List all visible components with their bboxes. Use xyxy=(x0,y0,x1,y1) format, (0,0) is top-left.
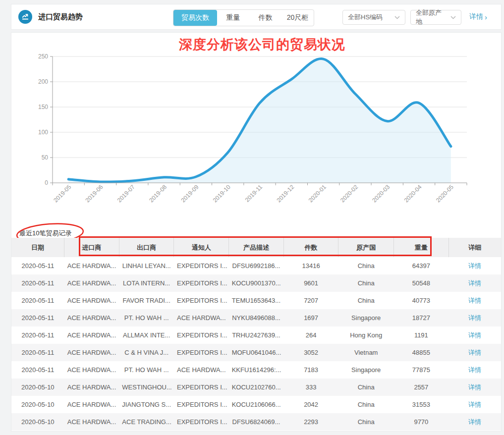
row-detail-link[interactable]: 详情 xyxy=(468,262,481,270)
table-row: 2020-05-11ACE HARDWA...PT. HO WAH ...ACE… xyxy=(11,309,501,326)
cell-origin-country: China xyxy=(338,413,394,431)
cell-date: 2020-05-11 xyxy=(11,309,64,326)
svg-text:2019-09: 2019-09 xyxy=(179,183,200,204)
cell-detail: 详情 xyxy=(448,309,501,326)
hs-code-filter[interactable]: 全部HS编码 xyxy=(342,10,405,25)
cell-weight: 77875 xyxy=(394,361,449,379)
cell-quantity: 3052 xyxy=(283,344,338,361)
cell-exporter: C & H VINA J... xyxy=(119,344,174,361)
cell-exporter: PT. HO WAH ... xyxy=(119,309,174,326)
column-header-exporter: 出口商 xyxy=(119,238,174,257)
cell-weight: 48855 xyxy=(394,344,449,361)
cell-importer: ACE HARDWA... xyxy=(64,413,119,431)
cell-weight: 1191 xyxy=(394,326,449,344)
row-detail-link[interactable]: 详情 xyxy=(468,401,481,408)
tab-20ft[interactable]: 20尺柜 xyxy=(281,10,314,26)
cell-product-description: KOCU9001370... xyxy=(229,274,284,292)
cell-origin-country: Singapore xyxy=(338,309,394,326)
trade-records-table: 日期进口商出口商通知人产品描述件数原产国重量详细 2020-05-11ACE H… xyxy=(11,238,501,431)
cell-importer: ACE HARDWA... xyxy=(64,274,119,292)
table-row: 2020-05-11ACE HARDWA...LINHAI LEYAN...EX… xyxy=(11,257,501,274)
row-detail-link[interactable]: 详情 xyxy=(468,349,481,356)
cell-quantity: 7183 xyxy=(283,361,338,379)
cell-product-description: DFSU6992186... xyxy=(229,257,284,274)
cell-weight: 9770 xyxy=(394,413,449,431)
widget-header: 进口贸易趋势 贸易次数重量件数20尺柜 全部HS编码 全部原产地 详情 › xyxy=(11,4,502,30)
table-row: 2020-05-10ACE HARDWA...ACE TRADING...EXP… xyxy=(11,413,501,431)
cell-importer: ACE HARDWA... xyxy=(64,309,119,326)
cell-origin-country: China xyxy=(338,379,394,396)
svg-text:2020-05: 2020-05 xyxy=(435,183,455,204)
column-header-detail: 详细 xyxy=(448,238,501,257)
cell-product-description: NYKU8496088... xyxy=(229,309,284,326)
table-row: 2020-05-11ACE HARDWA...FAVOR TRADI...EXP… xyxy=(11,292,501,309)
cell-detail: 详情 xyxy=(448,344,501,361)
cell-date: 2020-05-10 xyxy=(11,379,64,396)
cell-exporter: ALLMAX INTE... xyxy=(119,326,174,344)
cell-product-description: KOCU2102760... xyxy=(229,379,284,396)
cell-exporter: LINHAI LEYAN... xyxy=(119,257,174,274)
row-detail-link[interactable]: 详情 xyxy=(468,331,481,339)
cell-product-description: KKFU1614296:... xyxy=(229,361,284,379)
cell-detail: 详情 xyxy=(448,257,501,274)
row-detail-link[interactable]: 详情 xyxy=(468,314,481,322)
cell-date: 2020-05-11 xyxy=(11,274,64,292)
cell-date: 2020-05-10 xyxy=(11,396,64,413)
tab-quantity[interactable]: 件数 xyxy=(249,10,281,26)
cell-importer: ACE HARDWA... xyxy=(64,379,119,396)
main-panel: 0501001502002502019-052019-062019-072019… xyxy=(11,32,502,432)
cell-weight: 64397 xyxy=(394,257,449,274)
cell-product-description: TEMU1653643... xyxy=(229,292,284,309)
table-row: 2020-05-11ACE HARDWA...C & H VINA J...EX… xyxy=(11,344,501,361)
origin-filter[interactable]: 全部原产地 xyxy=(410,10,461,25)
cell-importer: ACE HARDWA... xyxy=(64,326,119,344)
cell-notify-party: ACE HARDWA... xyxy=(174,361,229,379)
cell-origin-country: China xyxy=(338,396,394,413)
column-header-importer: 进口商 xyxy=(64,238,119,257)
origin-filter-label: 全部原产地 xyxy=(416,8,447,26)
svg-text:2019-12: 2019-12 xyxy=(275,183,295,204)
cell-importer: ACE HARDWA... xyxy=(64,361,119,379)
cell-exporter: ACE TRADING... xyxy=(119,413,174,431)
cell-exporter: LOTA INTERN... xyxy=(119,274,174,292)
header-detail-link[interactable]: 详情 › xyxy=(469,12,487,21)
svg-text:2019-10: 2019-10 xyxy=(212,183,232,204)
svg-text:2019-06: 2019-06 xyxy=(84,183,105,204)
cell-notify-party: EXPEDITORS I... xyxy=(174,396,229,413)
column-header-origin-country: 原产国 xyxy=(338,238,394,257)
page-title: 进口贸易趋势 xyxy=(38,12,83,22)
cell-quantity: 264 xyxy=(283,326,338,344)
cell-notify-party: EXPEDITORS I... xyxy=(174,257,229,274)
row-detail-link[interactable]: 详情 xyxy=(468,383,481,391)
cell-detail: 详情 xyxy=(448,379,501,396)
svg-text:150: 150 xyxy=(38,104,48,110)
column-header-quantity: 件数 xyxy=(283,238,338,257)
cell-importer: ACE HARDWA... xyxy=(64,396,119,413)
cell-product-description: TRHU2427639... xyxy=(229,326,284,344)
table-row: 2020-05-11ACE HARDWA...ALLMAX INTE...EXP… xyxy=(11,326,501,344)
cell-weight: 50548 xyxy=(394,274,449,292)
cell-detail: 详情 xyxy=(448,326,501,344)
cell-origin-country: China xyxy=(338,292,394,309)
cell-detail: 详情 xyxy=(448,274,501,292)
cell-notify-party: EXPEDITORS I... xyxy=(174,379,229,396)
metric-tab-group: 贸易次数重量件数20尺柜 xyxy=(173,9,314,26)
row-detail-link[interactable]: 详情 xyxy=(468,279,481,287)
row-detail-link[interactable]: 详情 xyxy=(468,418,481,426)
cell-quantity: 2293 xyxy=(283,413,338,431)
cell-notify-party: EXPEDITORS I... xyxy=(174,326,229,344)
cell-product-description: KOCU2106066... xyxy=(229,396,284,413)
cell-origin-country: Singapore xyxy=(338,361,394,379)
row-detail-link[interactable]: 详情 xyxy=(468,366,481,374)
cell-date: 2020-05-11 xyxy=(11,361,64,379)
tab-trade-count[interactable]: 贸易次数 xyxy=(173,10,217,26)
row-detail-link[interactable]: 详情 xyxy=(468,297,481,304)
tab-weight[interactable]: 重量 xyxy=(217,10,249,26)
cell-quantity: 9601 xyxy=(283,274,338,292)
table-row: 2020-05-11ACE HARDWA...LOTA INTERN...EXP… xyxy=(11,274,501,292)
table-row: 2020-05-11ACE HARDWA...PT. HO WAH ...ACE… xyxy=(11,361,501,379)
cell-weight: 31553 xyxy=(394,396,449,413)
cell-origin-country: Hong Kong xyxy=(338,326,394,344)
cell-weight: 40773 xyxy=(394,292,449,309)
table-caption: 最近10笔贸易记录 xyxy=(19,229,71,238)
